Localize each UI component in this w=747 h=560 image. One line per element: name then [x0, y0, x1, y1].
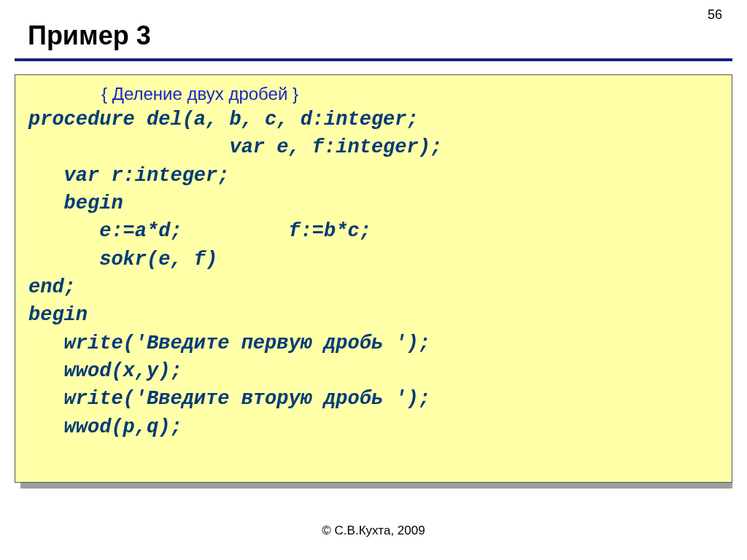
- code-line: procedure del(a, b, c, d:integer;: [28, 106, 719, 133]
- code-line: end;: [28, 273, 719, 301]
- page-number: 56: [708, 7, 722, 23]
- code-line: wwod(p,q);: [28, 413, 719, 441]
- title-divider: [15, 58, 732, 61]
- code-line: write('Введите первую дробь ');: [28, 330, 719, 357]
- slide-title: Пример 3: [28, 20, 151, 51]
- code-line: wwod(x,y);: [28, 357, 719, 385]
- footer-copyright: © С.В.Кухта, 2009: [0, 524, 747, 538]
- code-line: e:=a*d; f:=b*c;: [28, 217, 719, 245]
- code-comment: { Деление двух дробей }: [101, 84, 719, 104]
- code-block-wrap: { Деление двух дробей } procedure del(a,…: [15, 74, 732, 483]
- code-line: write('Введите вторую дробь ');: [28, 385, 719, 413]
- code-line: begin: [28, 190, 719, 217]
- slide: 56 Пример 3 { Деление двух дробей } proc…: [0, 0, 747, 560]
- code-line: begin: [28, 301, 719, 329]
- code-line: var e, f:integer);: [28, 133, 719, 161]
- code-line: sokr(e, f): [28, 246, 719, 273]
- code-line: var r:integer;: [28, 162, 719, 190]
- code-block: { Деление двух дробей } procedure del(a,…: [15, 74, 732, 483]
